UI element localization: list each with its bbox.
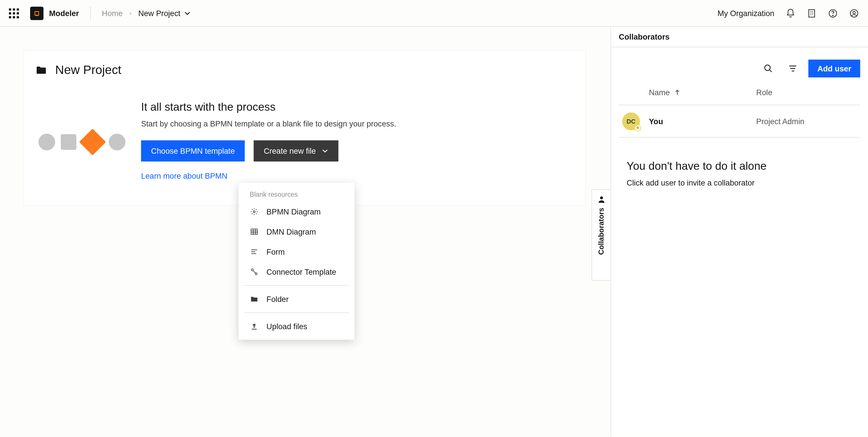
panel-toolbar: Add user <box>611 47 868 80</box>
gear-icon <box>250 207 259 216</box>
topbar: Modeler Home › New Project My Organizati… <box>0 0 868 27</box>
svg-rect-6 <box>9 16 11 18</box>
create-new-file-label: Create new file <box>264 146 316 156</box>
divider <box>90 6 91 20</box>
svg-point-22 <box>600 196 603 199</box>
project-card: New Project It all starts with the proce… <box>24 50 586 206</box>
starter-heading: It all starts with the process <box>141 101 396 114</box>
help-icon[interactable] <box>828 8 838 18</box>
collaborators-panel: Collaborators Add user Name Role <box>611 27 868 436</box>
empty-heading: You don't have to do it alone <box>627 160 852 173</box>
panel-title: Collaborators <box>611 27 868 47</box>
svg-point-17 <box>853 11 856 13</box>
brand-logo-icon <box>30 6 43 20</box>
table-row[interactable]: DC ★ You Project Admin <box>619 105 860 138</box>
chevron-down-icon <box>184 10 190 16</box>
dropdown-item-label: Upload files <box>267 322 307 331</box>
dropdown-item-label: DMN Diagram <box>267 227 316 236</box>
apps-grid-icon[interactable] <box>9 8 19 18</box>
svg-point-21 <box>255 273 257 275</box>
filter-icon[interactable] <box>784 60 802 77</box>
svg-rect-0 <box>9 8 11 10</box>
form-icon <box>250 247 259 256</box>
search-icon[interactable] <box>760 60 777 77</box>
svg-rect-19 <box>251 229 257 235</box>
dropdown-item-label: Folder <box>267 295 288 303</box>
collaborator-role: Project Admin <box>753 117 860 126</box>
starter-shapes <box>38 101 125 181</box>
page-title: New Project <box>55 63 121 77</box>
collaborators-tab[interactable]: Collaborators <box>592 189 611 281</box>
arrow-up-icon <box>674 89 681 96</box>
divider <box>244 312 349 313</box>
admin-star-icon: ★ <box>634 125 641 131</box>
shape-square-icon <box>61 134 76 149</box>
breadcrumb-current-label: New Project <box>138 9 181 18</box>
add-user-button[interactable]: Add user <box>809 60 860 77</box>
dropdown-item-bpmn[interactable]: BPMN Diagram <box>239 202 354 222</box>
bell-icon[interactable] <box>786 8 796 18</box>
svg-rect-12 <box>35 14 38 16</box>
svg-rect-3 <box>9 12 11 14</box>
building-icon[interactable] <box>807 8 817 18</box>
main-area: New Project It all starts with the proce… <box>0 27 611 436</box>
svg-rect-5 <box>17 12 19 14</box>
svg-rect-11 <box>35 11 38 14</box>
breadcrumb-current[interactable]: New Project <box>138 9 191 18</box>
create-file-dropdown: Blank resources BPMN Diagram DMN Diagram <box>239 183 354 340</box>
create-new-file-button[interactable]: Create new file <box>254 140 338 162</box>
avatar: DC ★ <box>622 112 640 130</box>
brand-title: Modeler <box>49 9 79 18</box>
svg-rect-2 <box>17 8 19 10</box>
dropdown-item-label: Connector Template <box>267 267 336 276</box>
svg-point-20 <box>251 269 253 271</box>
dropdown-item-form[interactable]: Form <box>239 242 354 262</box>
collaborators-table: Name Role DC ★ You Project Admin <box>611 80 868 138</box>
avatar-initials: DC <box>627 118 636 125</box>
table-icon <box>250 227 259 236</box>
dropdown-item-label: Form <box>267 247 284 256</box>
dropdown-group-label: Blank resources <box>239 186 354 202</box>
shape-circle-icon <box>109 133 125 150</box>
topbar-right: My Organization <box>718 8 859 18</box>
empty-state: You don't have to do it alone Click add … <box>611 138 868 210</box>
chevron-right-icon: › <box>129 9 132 17</box>
user-icon <box>597 196 605 203</box>
svg-point-23 <box>765 65 770 71</box>
upload-icon <box>250 322 259 331</box>
connector-icon <box>250 267 259 276</box>
dropdown-item-folder[interactable]: Folder <box>239 289 354 309</box>
table-header: Name Role <box>619 80 860 105</box>
org-switcher[interactable]: My Organization <box>718 9 774 18</box>
starter-sub: Start by choosing a BPMN template or a b… <box>141 119 396 128</box>
divider <box>244 285 349 285</box>
project-header: New Project <box>24 51 586 89</box>
svg-point-15 <box>832 15 833 15</box>
folder-icon <box>250 295 259 303</box>
breadcrumb: Home › New Project <box>102 9 190 18</box>
brand[interactable]: Modeler <box>30 6 79 20</box>
folder-icon <box>35 64 48 76</box>
collaborators-tab-label: Collaborators <box>597 208 606 255</box>
dropdown-item-upload[interactable]: Upload files <box>239 316 354 336</box>
chevron-down-icon <box>321 148 328 154</box>
column-name-label: Name <box>649 88 670 97</box>
svg-rect-8 <box>17 16 19 18</box>
svg-rect-7 <box>13 16 15 18</box>
empty-sub: Click add user to invite a collaborator <box>627 178 852 187</box>
choose-template-button[interactable]: Choose BPMN template <box>141 140 245 162</box>
column-role[interactable]: Role <box>753 88 860 97</box>
breadcrumb-home[interactable]: Home <box>102 9 123 18</box>
svg-point-18 <box>253 211 255 213</box>
user-icon[interactable] <box>849 8 859 18</box>
shape-circle-icon <box>38 133 55 150</box>
svg-rect-13 <box>809 9 815 17</box>
shape-diamond-icon <box>79 129 106 155</box>
collaborator-name: You <box>646 117 753 126</box>
column-name[interactable]: Name <box>646 88 753 97</box>
dropdown-item-connector[interactable]: Connector Template <box>239 262 354 282</box>
dropdown-item-dmn[interactable]: DMN Diagram <box>239 222 354 242</box>
learn-more-link[interactable]: Learn more about BPMN <box>141 171 227 180</box>
dropdown-item-label: BPMN Diagram <box>267 207 321 216</box>
svg-rect-1 <box>13 8 15 10</box>
